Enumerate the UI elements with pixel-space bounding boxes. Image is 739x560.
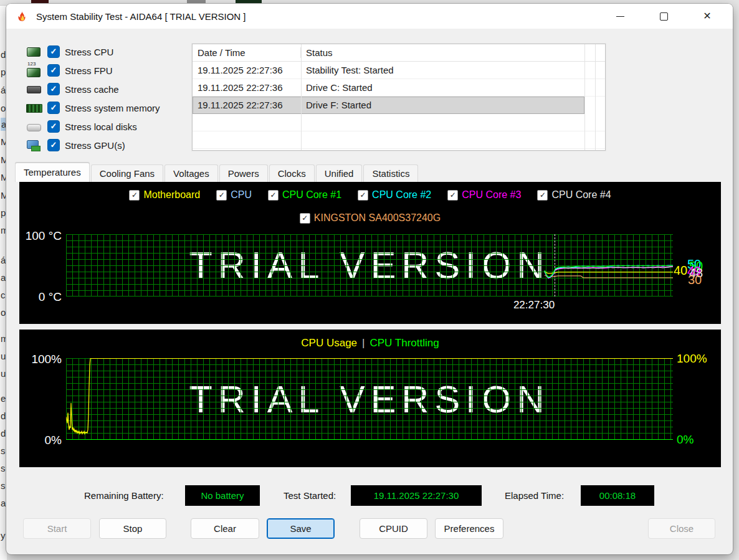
legend-checkbox-checked[interactable]: ✓ — [216, 190, 227, 201]
tab-cooling-fans[interactable]: Cooling Fans — [91, 164, 163, 182]
cpu-usage-chart-title: CPU Usage|CPU Throttling — [19, 337, 721, 349]
temperatures-chart-panel: ✓Motherboard✓CPU✓CPU Core #1✓CPU Core #2… — [19, 182, 721, 324]
y-axis-max-label: 100% — [19, 353, 62, 366]
stress-option-stress-gpu-s-: ✓Stress GPU(s) — [25, 136, 160, 154]
checkbox-checked[interactable]: ✓ — [47, 64, 60, 77]
preferences-button[interactable]: Preferences — [435, 518, 503, 539]
cpuid-button[interactable]: CPUID — [360, 518, 427, 539]
temperature-legend-row-1: ✓Motherboard✓CPU✓CPU Core #1✓CPU Core #2… — [19, 189, 721, 201]
cell-status: Stability Test: Started — [301, 65, 605, 75]
tab-powers[interactable]: Powers — [219, 164, 268, 182]
aida64-flame-icon — [15, 9, 29, 23]
tab-unified[interactable]: Unified — [316, 164, 363, 182]
screen: dpázocacMMMMpmázacomuueddskskskavy Syste… — [0, 0, 739, 560]
clear-button[interactable]: Clear — [191, 518, 259, 539]
checkbox-checked[interactable]: ✓ — [47, 120, 60, 133]
series-line-kingston-sa400s37240g — [545, 275, 673, 278]
checkbox-checked[interactable]: ✓ — [47, 139, 60, 151]
chart2-legend-cpu-throttling: CPU Throttling — [370, 337, 439, 349]
test-started-label: Test Started: — [284, 485, 336, 506]
memory-icon — [25, 101, 44, 115]
tab-clocks[interactable]: Clocks — [269, 164, 315, 182]
maximize-icon — [660, 12, 668, 21]
legend-label: Motherboard — [143, 189, 200, 201]
stress-option-label: Stress local disks — [65, 121, 137, 132]
stress-option-stress-fpu: 123✓Stress FPU — [25, 61, 160, 80]
remaining-battery-label: Remaining Battery: — [84, 485, 164, 506]
window-title: System Stability Test - AIDA64 [ TRIAL V… — [36, 11, 246, 22]
save-button[interactable]: Save — [267, 518, 335, 539]
table-row-empty — [193, 114, 605, 131]
table-row[interactable]: 19.11.2025 22:27:36Drive F: Started — [193, 97, 584, 114]
background-text-fragment: d — [1, 428, 6, 439]
current-value-label: 30 — [688, 273, 702, 286]
background-text-fragment: p — [1, 67, 6, 77]
stop-button[interactable]: Stop — [99, 518, 166, 539]
chart2-legend-cpu-usage: CPU Usage — [301, 337, 357, 349]
close-button: Close — [648, 518, 715, 539]
stress-option-label: Stress FPU — [65, 65, 113, 76]
disk-icon — [25, 120, 44, 133]
background-text-fragment: u — [1, 368, 6, 379]
start-button: Start — [23, 518, 91, 539]
legend-item-cpu-core-1: ✓CPU Core #1 — [268, 189, 341, 201]
background-text-fragment: y — [1, 530, 6, 541]
window-controls: ✕ — [598, 4, 729, 29]
legend-checkbox-checked[interactable]: ✓ — [129, 190, 140, 201]
legend-separator: | — [357, 337, 369, 349]
checkbox-checked[interactable]: ✓ — [47, 45, 60, 58]
legend-checkbox-checked[interactable]: ✓ — [537, 190, 548, 201]
stability-test-window: System Stability Test - AIDA64 [ TRIAL V… — [6, 4, 733, 554]
temperature-plot-area: TRIAL VERSION — [66, 234, 673, 297]
background-text-fragment: u — [1, 351, 6, 361]
legend-checkbox-checked[interactable]: ✓ — [358, 190, 368, 201]
gpu-icon — [25, 138, 44, 152]
table-row[interactable]: 19.11.2025 22:27:36Drive C: Started — [193, 79, 605, 97]
right-axis-max-label: 100% — [677, 353, 707, 364]
column-header-status[interactable]: Status — [301, 47, 605, 58]
checkbox-checked[interactable]: ✓ — [47, 83, 60, 95]
minimize-icon — [616, 16, 624, 17]
cell-date-time: 19.11.2025 22:27:36 — [193, 100, 301, 110]
legend-label: CPU Core #3 — [462, 189, 521, 201]
tab-voltages[interactable]: Voltages — [164, 164, 218, 182]
stress-option-label: Stress cache — [65, 84, 119, 95]
tab-statistics[interactable]: Statistics — [363, 164, 418, 182]
legend-label: CPU Core #1 — [282, 189, 341, 201]
y-axis-min-label: 0 °C — [19, 290, 62, 304]
legend-checkbox-checked[interactable]: ✓ — [268, 190, 279, 201]
close-icon: ✕ — [703, 11, 711, 21]
stress-option-stress-cache: ✓Stress cache — [25, 80, 160, 98]
table-rows: 19.11.2025 22:27:36Stability Test: Start… — [193, 62, 605, 166]
legend-checkbox-checked[interactable]: ✓ — [447, 190, 458, 201]
column-header-date-time[interactable]: Date / Time — [193, 47, 301, 58]
stress-option-label: Stress CPU — [65, 47, 113, 57]
event-log-table[interactable]: Date / Time Status 19.11.2025 22:27:36St… — [192, 44, 606, 151]
temperature-series-lines — [66, 234, 673, 297]
minimize-button[interactable] — [598, 4, 642, 29]
checkbox-checked[interactable]: ✓ — [47, 102, 60, 114]
legend-item-cpu-core-3: ✓CPU Core #3 — [447, 189, 521, 201]
stress-option-stress-local-disks: ✓Stress local disks — [25, 117, 160, 136]
table-column-divider — [301, 44, 302, 150]
stress-option-stress-cpu: ✓Stress CPU — [25, 42, 160, 61]
series-line-cpu-usage — [66, 359, 673, 434]
maximize-button[interactable] — [642, 4, 685, 29]
temperature-legend-row-2: ✓KINGSTON SA400S37240G — [19, 212, 721, 224]
table-header: Date / Time Status — [193, 44, 605, 62]
right-axis-min-label: 0% — [677, 434, 694, 445]
legend-item-cpu-core-4: ✓CPU Core #4 — [537, 189, 611, 201]
close-button[interactable]: ✕ — [685, 4, 729, 29]
cell-status: Drive C: Started — [301, 82, 605, 93]
table-row[interactable]: 19.11.2025 22:27:36Stability Test: Start… — [193, 62, 605, 79]
chart-tab-bar: TemperaturesCooling FansVoltagesPowersCl… — [15, 163, 419, 182]
cpu-usage-chart-panel: CPU Usage|CPU Throttling 100% 0% TRIAL V… — [19, 330, 721, 467]
legend-label: CPU — [231, 189, 252, 201]
legend-label: CPU Core #2 — [372, 189, 431, 201]
table-column-divider — [595, 44, 596, 150]
elapsed-time-value: 00:08:18 — [581, 485, 654, 506]
table-column-divider — [584, 44, 585, 150]
legend-checkbox-checked[interactable]: ✓ — [300, 213, 310, 224]
background-text-fragment: o — [1, 307, 6, 318]
tab-temperatures[interactable]: Temperatures — [15, 163, 90, 182]
